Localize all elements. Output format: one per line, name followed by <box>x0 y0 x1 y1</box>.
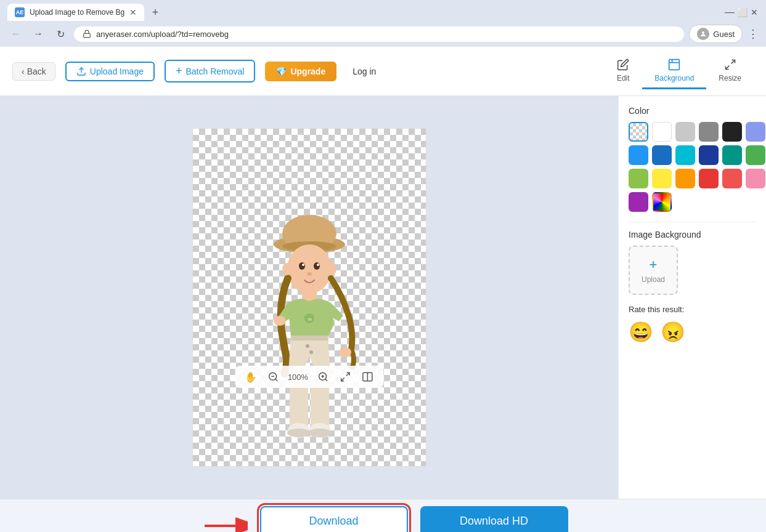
bottom-bar: Download Preview image: 533 × 800 px i D… <box>0 499 766 532</box>
color-swatch-navy[interactable] <box>699 145 719 165</box>
tab-close-btn[interactable]: ✕ <box>129 7 137 17</box>
right-panel: Color Image <box>618 96 766 499</box>
download-button[interactable]: Download <box>260 506 408 532</box>
lock-icon <box>83 30 91 38</box>
tab-title: Upload Image to Remove Bg <box>30 8 124 17</box>
download-section: Download Preview image: 533 × 800 px i <box>260 506 408 532</box>
svg-point-17 <box>302 264 304 266</box>
panel-divider <box>629 222 756 222</box>
subject-image: m <box>248 189 371 466</box>
url-text: anyeraser.com/upload/?td=removebg <box>96 30 675 39</box>
color-swatch-cyan[interactable] <box>675 145 695 165</box>
tab-favicon: AE <box>15 7 25 17</box>
browser-toolbar: ← → ↻ anyeraser.com/upload/?td=removebg … <box>0 21 766 47</box>
fullscreen-tool[interactable] <box>338 369 352 384</box>
reload-button[interactable]: ↻ <box>52 25 69 42</box>
color-swatch-black[interactable] <box>722 122 742 142</box>
red-arrow-icon <box>198 514 248 533</box>
browser-tabs: AE Upload Image to Remove Bg ✕ + <box>7 4 720 21</box>
upgrade-button[interactable]: 💎 Upgrade <box>265 62 336 81</box>
browser-chrome: AE Upload Image to Remove Bg ✕ + — ⬜ ✕ ←… <box>0 0 766 47</box>
rate-title: Rate this result: <box>629 305 756 314</box>
back-nav-button[interactable]: ← <box>7 25 25 42</box>
header-tools: Edit Background Resize <box>604 53 754 89</box>
tool-background-button[interactable]: Background <box>642 53 706 89</box>
color-swatch-white[interactable] <box>652 122 672 142</box>
angry-emoji-button[interactable]: 😠 <box>661 320 685 344</box>
color-swatch-transparent[interactable] <box>629 122 648 142</box>
maximize-button[interactable]: ⬜ <box>738 8 746 17</box>
svg-text:m: m <box>308 317 312 321</box>
color-swatch-teal[interactable] <box>722 145 742 165</box>
canvas-toolbar: ✋ 100% <box>235 366 383 388</box>
browser-menu-button[interactable]: ⋮ <box>748 27 759 41</box>
happy-emoji-button[interactable]: 😄 <box>629 320 653 344</box>
svg-line-34 <box>275 379 277 381</box>
browser-titlebar: AE Upload Image to Remove Bg ✕ + — ⬜ ✕ <box>0 0 766 21</box>
new-tab-button[interactable]: + <box>147 4 164 21</box>
close-button[interactable]: ✕ <box>750 8 759 17</box>
download-hd-section: Download HD Full image: 658 × 987 px i <box>420 506 568 532</box>
browser-tab-active[interactable]: AE Upload Image to Remove Bg ✕ <box>7 4 144 21</box>
tool-resize-button[interactable]: Resize <box>706 53 754 89</box>
svg-point-16 <box>314 262 320 270</box>
svg-point-32 <box>308 429 332 437</box>
pan-tool[interactable]: ✋ <box>243 369 258 384</box>
address-bar[interactable]: anyeraser.com/upload/?td=removebg <box>74 26 684 42</box>
login-button[interactable]: Log in <box>346 63 382 80</box>
image-canvas[interactable]: m <box>192 128 426 467</box>
window-controls: — ⬜ ✕ <box>725 8 759 17</box>
guest-profile-button[interactable]: Guest <box>689 25 743 43</box>
color-swatch-blue[interactable] <box>629 145 648 165</box>
zoom-level: 100% <box>288 373 308 382</box>
canvas-area: m ✋ <box>0 96 618 499</box>
forward-nav-button[interactable]: → <box>30 25 47 42</box>
svg-rect-0 <box>84 33 91 37</box>
svg-point-14 <box>327 263 336 275</box>
emoji-rating-row: 😄 😠 <box>629 320 756 344</box>
batch-removal-button[interactable]: + Batch Removal <box>165 60 255 83</box>
color-swatch-yellow[interactable] <box>652 169 672 188</box>
color-swatch-pink-red[interactable] <box>722 169 742 188</box>
color-swatch-rainbow[interactable] <box>652 192 672 212</box>
app-header: ‹ Back Upload Image + Batch Removal 💎 Up… <box>0 47 766 96</box>
zoom-out-tool[interactable] <box>266 369 280 384</box>
tool-edit-button[interactable]: Edit <box>604 53 642 89</box>
svg-point-26 <box>309 350 313 354</box>
edit-icon <box>616 58 630 71</box>
color-swatch-pink[interactable] <box>746 169 765 188</box>
svg-line-37 <box>325 379 327 381</box>
resize-icon <box>723 58 737 71</box>
minimize-button[interactable]: — <box>725 8 734 17</box>
svg-point-13 <box>282 263 292 275</box>
upload-background-button[interactable]: + Upload <box>629 246 678 295</box>
download-hd-button[interactable]: Download HD <box>420 506 568 532</box>
svg-line-41 <box>341 378 344 381</box>
color-swatch-blue-pastel[interactable] <box>746 122 765 142</box>
color-swatch-gray[interactable] <box>699 122 719 142</box>
svg-rect-3 <box>669 60 680 70</box>
resize-label: Resize <box>719 74 741 83</box>
color-swatch-purple[interactable] <box>629 192 648 212</box>
color-swatch-blue-mid[interactable] <box>652 145 672 165</box>
rate-section: Rate this result: 😄 😠 <box>629 305 756 344</box>
edit-label: Edit <box>617 74 630 83</box>
svg-point-15 <box>299 262 305 270</box>
upload-bg-plus-icon: + <box>650 257 658 273</box>
upload-bg-label: Upload <box>642 275 665 284</box>
arrow-container <box>198 514 248 533</box>
plus-icon: + <box>176 65 182 78</box>
back-button[interactable]: ‹ Back <box>12 62 55 81</box>
zoom-in-tool[interactable] <box>316 369 330 384</box>
main-content: m ✋ <box>0 96 766 499</box>
svg-line-40 <box>346 373 349 376</box>
color-swatch-light-gray[interactable] <box>675 122 695 142</box>
color-swatch-green[interactable] <box>746 145 765 165</box>
color-swatch-orange[interactable] <box>675 169 695 188</box>
split-view-tool[interactable] <box>360 369 375 384</box>
color-swatch-red[interactable] <box>699 169 719 188</box>
color-swatch-lime[interactable] <box>629 169 648 188</box>
svg-point-11 <box>287 244 332 294</box>
back-chevron-icon: ‹ <box>22 66 25 76</box>
upload-image-button[interactable]: Upload Image <box>65 62 155 81</box>
